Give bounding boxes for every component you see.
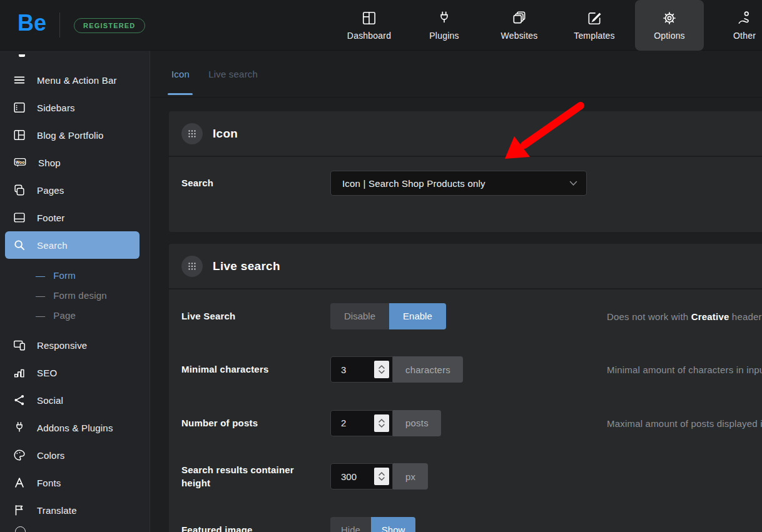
betheme-logo[interactable]: Be	[18, 10, 46, 36]
seo-icon	[13, 366, 26, 379]
nav-item-websites[interactable]: Websites	[485, 0, 554, 51]
dashboard-icon	[361, 10, 377, 26]
chevron-down-icon	[569, 181, 577, 186]
unit-suffix: posts	[393, 410, 441, 436]
tab-live-search[interactable]: Live search	[208, 69, 258, 79]
row-featured-image: Featured image Hide Show	[169, 503, 762, 532]
sidebar-subitem-page[interactable]: — Page	[0, 305, 150, 325]
sidebar-item-responsive[interactable]: Responsive	[0, 331, 150, 359]
layout-icon	[13, 128, 26, 142]
section-title: Live search	[213, 259, 280, 273]
pages-icon	[13, 183, 26, 197]
sidebar-item-addons-plugins[interactable]: Addons & Plugins	[0, 414, 150, 441]
svg-text:Woo: Woo	[16, 160, 25, 164]
topbar: Be REGISTERED Dashboard Plugins	[0, 0, 762, 51]
section-live-search: Live search Live Search Disable Enable D…	[169, 244, 762, 532]
cutoff-item-icon	[19, 54, 25, 57]
templates-icon	[586, 10, 602, 26]
topbar-divider	[59, 13, 60, 38]
hamburger-icon	[13, 73, 26, 87]
flag-icon	[13, 503, 26, 517]
support-icon	[736, 10, 753, 26]
sidebar-item-footer[interactable]: Footer	[0, 204, 150, 231]
palette-icon	[13, 448, 26, 462]
unit-suffix: px	[393, 463, 428, 489]
show-button[interactable]: Show	[371, 517, 416, 532]
select-value: Icon | Search Shop Products only	[342, 178, 485, 189]
nav-item-options[interactable]: Options	[635, 0, 704, 51]
featured-image-toggle: Hide Show	[330, 517, 415, 532]
sidebar-item-translate[interactable]: Translate	[0, 496, 150, 524]
sidebars-icon	[13, 101, 26, 114]
sidebar-item-social[interactable]: Social	[0, 386, 150, 414]
woocommerce-icon: Woo	[13, 156, 28, 169]
section-icon: Icon Search Icon | Search Shop Products …	[169, 111, 762, 232]
sidebar-item-pages[interactable]: Pages	[0, 176, 150, 204]
gear-icon	[661, 10, 678, 26]
number-stepper[interactable]	[374, 361, 389, 378]
sidebar-item-fonts[interactable]: Fonts	[0, 469, 150, 496]
unit-suffix: characters	[393, 356, 463, 383]
sidebar-subitem-form-design[interactable]: — Form design	[0, 285, 150, 305]
sub-dash: —	[36, 310, 45, 321]
hide-button[interactable]: Hide	[330, 517, 371, 532]
minimal-characters-control: characters	[330, 356, 463, 383]
sub-dash: —	[36, 290, 45, 301]
field-note: Minimal amount of characters in input	[607, 364, 762, 375]
field-label: Minimal characters	[181, 363, 330, 376]
responsive-icon	[13, 338, 26, 352]
field-label: Live Search	[181, 309, 330, 323]
disable-button[interactable]: Disable	[330, 303, 389, 329]
sub-dash: —	[36, 270, 45, 281]
sidebar-item-menu-action-bar[interactable]: Menu & Action Bar	[0, 66, 150, 94]
sidebar-item-colors[interactable]: Colors	[0, 441, 150, 469]
sidebar-item-blog-portfolio[interactable]: Blog & Portfolio	[0, 121, 150, 149]
search-icon	[13, 238, 26, 252]
container-height-control: px	[330, 463, 428, 489]
row-minimal-characters: Minimal characters characters Minimal am…	[169, 343, 762, 397]
plug-icon	[13, 421, 26, 434]
live-search-toggle: Disable Enable	[330, 303, 446, 329]
field-label-search: Search	[181, 176, 330, 190]
share-icon	[13, 393, 26, 407]
sidebar-subitem-form[interactable]: — Form	[0, 265, 150, 285]
main-content: Icon Live search Icon Search Icon | Sear…	[150, 51, 762, 532]
sidebar-item-search[interactable]: Search	[5, 231, 140, 259]
number-stepper[interactable]	[374, 414, 389, 432]
registered-badge: REGISTERED	[74, 18, 145, 33]
nav-item-dashboard[interactable]: Dashboard	[335, 0, 404, 51]
field-label: Number of posts	[181, 416, 330, 430]
sidebar: Menu & Action Bar Sidebars Blog & Portfo…	[0, 51, 150, 532]
cutoff-item-icon-bottom	[15, 526, 26, 532]
row-live-search: Live Search Disable Enable Does not work…	[169, 289, 762, 343]
enable-button[interactable]: Enable	[389, 303, 446, 329]
field-label: Search results container height	[181, 463, 330, 491]
topbar-nav: Dashboard Plugins Websites	[332, 0, 762, 51]
field-label: Featured image	[181, 523, 330, 532]
sidebar-item-seo[interactable]: SEO	[0, 359, 150, 386]
drag-handle-icon[interactable]	[181, 256, 203, 277]
search-icon-select[interactable]: Icon | Search Shop Products only	[330, 171, 587, 196]
field-note: Maximal amount of posts displayed in	[607, 418, 762, 428]
tab-icon[interactable]: Icon	[171, 69, 190, 79]
footer-icon	[13, 211, 26, 224]
active-tab-underline	[168, 93, 193, 95]
sidebar-item-sidebars[interactable]: Sidebars	[0, 94, 150, 121]
websites-icon	[511, 10, 527, 26]
nav-item-plugins[interactable]: Plugins	[410, 0, 479, 51]
font-icon	[13, 476, 26, 489]
sidebar-item-shop[interactable]: Woo Shop	[0, 149, 150, 176]
number-stepper[interactable]	[374, 468, 389, 485]
tab-bar: Icon Live search	[150, 51, 762, 98]
number-of-posts-control: posts	[330, 410, 441, 436]
nav-item-other[interactable]: Other	[710, 0, 762, 51]
plug-icon	[436, 10, 452, 26]
nav-item-templates[interactable]: Templates	[560, 0, 629, 51]
drag-handle-icon[interactable]	[181, 123, 203, 144]
row-number-of-posts: Number of posts posts Maximal amount of …	[169, 396, 762, 450]
row-container-height: Search results container height px	[169, 450, 762, 504]
field-note: Does not work with Creative header	[607, 311, 762, 321]
section-title: Icon	[213, 127, 238, 141]
